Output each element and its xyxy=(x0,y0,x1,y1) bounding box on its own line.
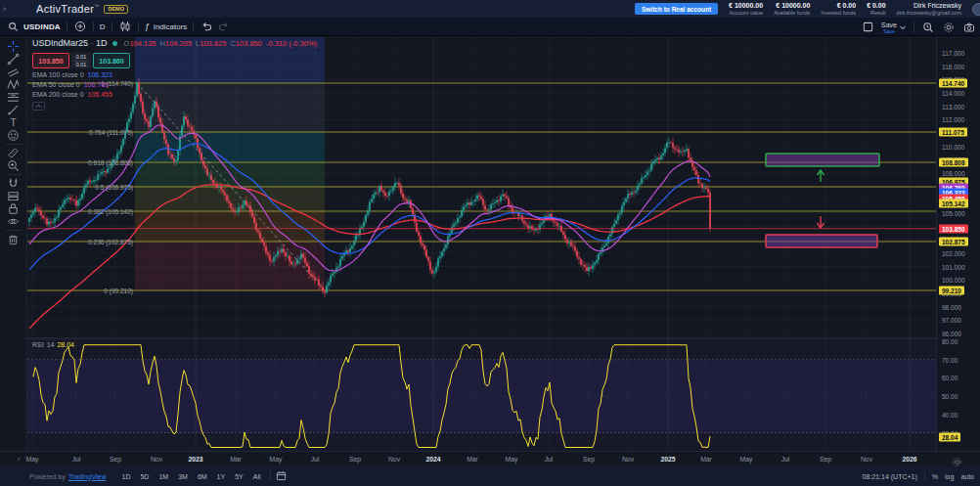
range-button-all[interactable]: All xyxy=(249,471,265,482)
undo-icon[interactable] xyxy=(200,20,213,33)
fib-label: 0.5 (106.975) xyxy=(25,184,133,191)
compare-add-icon[interactable] xyxy=(73,20,87,33)
fib-retracement-icon[interactable] xyxy=(4,91,23,104)
trade-widget: 103.850 0.010.01 103.860 xyxy=(32,53,317,68)
log-scale-button[interactable]: log xyxy=(945,473,954,480)
ohlc-values: O104.135 H104.205 L103.825 C103.850 -0.3… xyxy=(124,40,317,48)
redo-icon[interactable] xyxy=(217,20,231,33)
fib-label: 0.236 (102.875) xyxy=(25,239,133,245)
date-tick: Nov xyxy=(388,456,400,463)
emoji-icon[interactable] xyxy=(4,129,23,142)
ema-200-row[interactable]: EMA 200 close 0105.455 xyxy=(32,91,317,98)
price-tick: 102.000 xyxy=(942,249,965,256)
ema-50-row[interactable]: EMA 50 close 0106.769 xyxy=(32,81,317,88)
account-stats: € 10000.00Account value€ 10000.00Availab… xyxy=(729,2,886,16)
trash-icon[interactable] xyxy=(4,233,23,245)
xabcd-pattern-icon[interactable] xyxy=(4,78,23,91)
switch-to-real-account-button[interactable]: Switch to Real account xyxy=(635,3,718,15)
layout-icon[interactable] xyxy=(861,21,874,34)
eye-icon[interactable] xyxy=(4,215,23,228)
sell-button[interactable]: 103.850 xyxy=(32,53,69,68)
date-tick: Sep xyxy=(349,456,361,463)
rsi-legend[interactable]: RSI14 28.04 xyxy=(32,341,74,348)
user-name: Dirk Friczewsky xyxy=(897,2,961,10)
svg-text:T: T xyxy=(10,117,16,128)
price-tick: 112.000 xyxy=(942,116,964,123)
magnet-icon[interactable] xyxy=(4,177,23,190)
trend-line-icon[interactable] xyxy=(4,53,23,66)
ema-100-row[interactable]: EMA 100 close 0106.323 xyxy=(32,71,317,78)
parallel-channel-icon[interactable] xyxy=(4,66,23,78)
axis-price-chip: 28.04 xyxy=(939,433,960,442)
fib-label: 0.382 (105.142) xyxy=(25,208,133,215)
date-tick: Jul xyxy=(311,456,320,463)
stat-value: € 10000.00 xyxy=(729,2,763,10)
range-button-1y[interactable]: 1Y xyxy=(213,471,230,482)
range-button-5d[interactable]: 5D xyxy=(136,471,153,482)
axis-price-chip: 108.808 xyxy=(939,158,968,167)
go-to-date-icon[interactable] xyxy=(276,470,287,482)
rsi-tick: 70.00 xyxy=(942,356,958,363)
date-tick: Nov xyxy=(861,456,872,463)
price-tick: 114.000 xyxy=(942,90,964,97)
date-axis[interactable]: ‹ MayJulSepNov2023MarMayJulSepNov2024Mar… xyxy=(0,451,980,466)
legend-symbol[interactable]: USDIndMar25 · 1D xyxy=(32,39,108,48)
rsi-tick: 40.00 xyxy=(942,411,958,418)
chart-legend: USDIndMar25 · 1D O104.135 H104.205 L103.… xyxy=(32,39,317,110)
save-button[interactable]: Save Save xyxy=(881,21,907,34)
text-icon[interactable]: T xyxy=(4,116,23,129)
user-info[interactable]: Dirk Friczewsky dirk.friczewsky@gmail.co… xyxy=(897,2,961,16)
date-tick: Jul xyxy=(781,456,790,463)
zoom-in-icon[interactable] xyxy=(4,159,23,172)
symbol-search[interactable]: USDINDA xyxy=(0,18,67,35)
price-axis[interactable]: 117.000116.000115.000114.000113.000112.0… xyxy=(936,37,980,451)
brush-icon[interactable] xyxy=(4,104,23,116)
scroll-left-icon[interactable]: ‹ xyxy=(18,455,21,464)
ruler-icon[interactable] xyxy=(4,147,23,159)
date-tick: May xyxy=(740,456,753,463)
user-email: dirk.friczewsky@gmail.com xyxy=(897,10,961,16)
rsi-value: 28.04 xyxy=(57,341,74,348)
legend-collapse-button[interactable] xyxy=(32,102,45,110)
camera-snapshot-icon[interactable] xyxy=(962,21,976,34)
auto-scale-button[interactable]: auto xyxy=(960,473,974,480)
stat-value: € 0.00 xyxy=(821,2,856,10)
rsi-tick: 50.00 xyxy=(942,393,958,400)
long-position-icon[interactable] xyxy=(4,190,23,202)
date-tick: Sep xyxy=(110,456,121,463)
crosshair-icon[interactable] xyxy=(4,40,23,53)
percent-scale-button[interactable]: % xyxy=(932,473,938,480)
date-tick: 2025 xyxy=(660,456,675,463)
tradingview-link[interactable]: TradingView xyxy=(68,473,107,480)
date-tick: Nov xyxy=(622,456,634,463)
buy-button[interactable]: 103.860 xyxy=(93,53,130,68)
range-button-5y[interactable]: 5Y xyxy=(231,471,247,482)
function-icon: ƒ xyxy=(145,22,150,31)
top-bar: › ActivTrader™ DEMO Switch to Real accou… xyxy=(0,0,980,18)
expand-panel-icon[interactable]: › xyxy=(3,4,13,14)
range-button-3m[interactable]: 3M xyxy=(174,471,192,482)
range-button-1m[interactable]: 1M xyxy=(155,471,172,482)
chart-style-icon[interactable] xyxy=(118,20,132,33)
range-button-1d[interactable]: 1D xyxy=(118,471,135,482)
indicators-button[interactable]: ƒ Indicators xyxy=(139,18,194,35)
account-stat: € 0.00Result xyxy=(867,2,885,16)
change-value: -0.310 (-0.30%) xyxy=(266,40,317,48)
date-tick: May xyxy=(26,456,39,463)
price-tick: 116.000 xyxy=(942,63,964,69)
price-tick: 96.000 xyxy=(942,330,961,336)
interval-button[interactable]: D xyxy=(100,22,106,31)
price-tick: 108.000 xyxy=(942,170,965,177)
avatar[interactable] xyxy=(972,3,980,16)
settings-gear-icon[interactable] xyxy=(942,21,956,34)
price-tick: 105.000 xyxy=(942,209,965,216)
date-tick: 2023 xyxy=(188,456,202,463)
lock-icon[interactable] xyxy=(4,202,23,215)
date-tick: Sep xyxy=(583,456,595,463)
range-buttons: 1D5D1M3M6M1Y5YAll xyxy=(118,471,265,482)
date-tick: 2024 xyxy=(425,456,440,463)
quick-search-icon[interactable] xyxy=(921,21,935,34)
range-button-6m[interactable]: 6M xyxy=(194,471,211,482)
date-tick: May xyxy=(506,456,518,463)
clock-label[interactable]: 08:21:14 (UTC+1) xyxy=(863,473,917,480)
